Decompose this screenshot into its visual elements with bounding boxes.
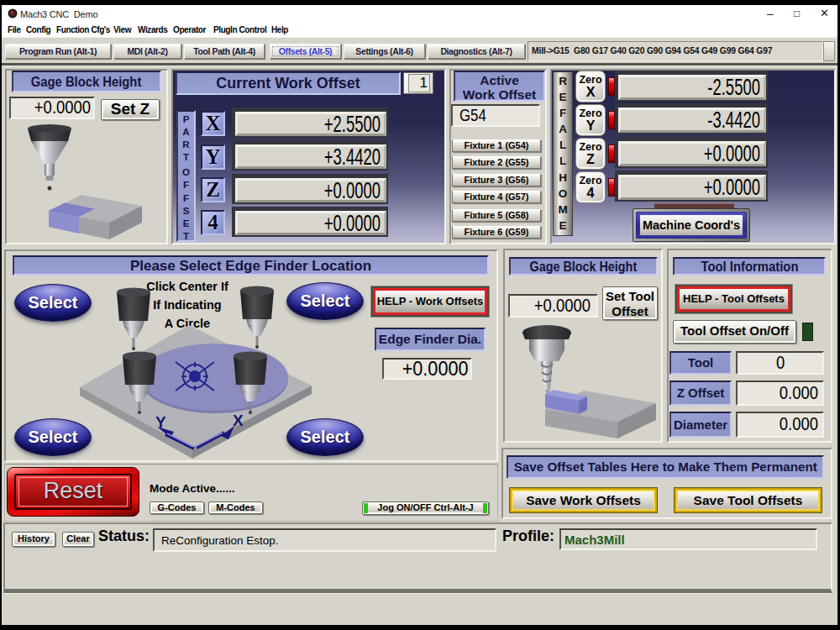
svg-text:X: X: [233, 412, 244, 429]
svg-text:Y: Y: [155, 413, 166, 431]
